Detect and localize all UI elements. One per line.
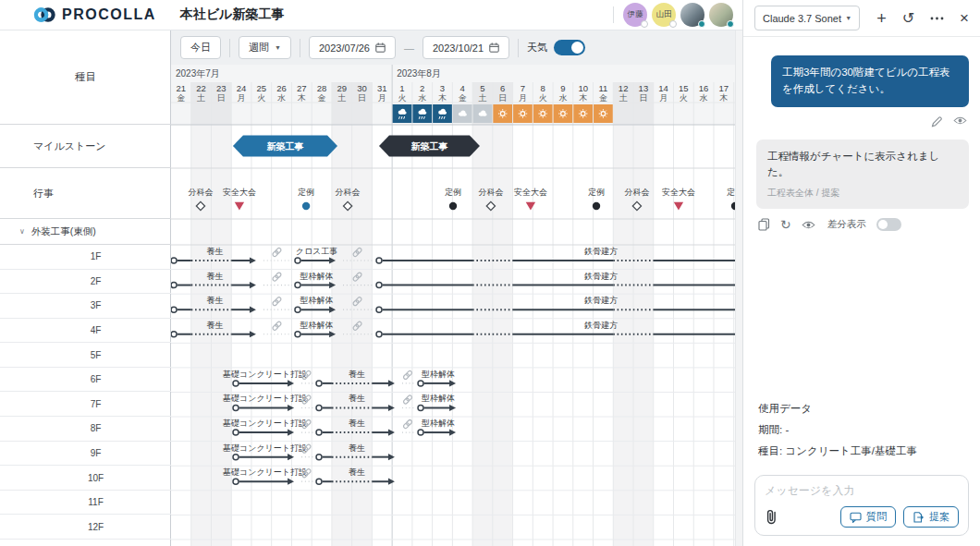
task-end-arrow[interactable] <box>388 479 395 485</box>
task-end-arrow[interactable] <box>250 282 256 288</box>
weekend-shade <box>493 82 513 546</box>
sidebar-floor-6F[interactable]: 6F <box>0 368 171 393</box>
sidebar-floor-3F[interactable]: 3F <box>0 294 171 319</box>
link-icon[interactable] <box>272 272 282 282</box>
task-start-handle[interactable] <box>376 258 382 263</box>
task-start-handle[interactable] <box>233 430 239 435</box>
sidebar-floor-1F[interactable]: 1F <box>0 245 171 270</box>
task-end-arrow[interactable] <box>288 479 294 485</box>
task-end-arrow[interactable] <box>250 307 256 313</box>
task-start-handle[interactable] <box>316 479 322 484</box>
task-start-handle[interactable] <box>233 479 239 484</box>
ask-button[interactable]: 質問 <box>840 506 896 528</box>
regenerate-icon[interactable]: ↻ <box>780 217 791 232</box>
event-marker-triangle[interactable] <box>674 202 683 211</box>
task-start-handle[interactable] <box>171 258 177 263</box>
task-start-handle[interactable] <box>171 283 177 288</box>
view-icon[interactable] <box>802 220 815 230</box>
day-number: 13 <box>639 83 649 93</box>
sun-ray <box>606 111 606 112</box>
edit-message-icon[interactable] <box>931 115 943 127</box>
task-start-handle[interactable] <box>171 307 177 312</box>
task-start-handle[interactable] <box>171 332 177 337</box>
copy-icon[interactable] <box>758 218 770 231</box>
event-marker-circle[interactable] <box>449 202 457 210</box>
member-avatar[interactable]: 伊藤 <box>623 3 647 27</box>
task-start-handle[interactable] <box>295 307 300 312</box>
suggest-button[interactable]: 提案 <box>903 506 959 528</box>
day-number: 1 <box>399 83 404 93</box>
link-icon[interactable] <box>403 370 413 381</box>
link-icon[interactable] <box>272 248 282 258</box>
date-to-picker[interactable]: 2023/10/21 <box>423 36 509 59</box>
task-start-handle[interactable] <box>233 405 239 410</box>
date-from-picker[interactable]: 2023/07/26 <box>309 36 396 59</box>
history-icon[interactable]: ↺ <box>902 11 914 26</box>
task-start-handle[interactable] <box>316 405 322 410</box>
sidebar-floor-4F[interactable]: 4F <box>0 319 171 344</box>
task-start-handle[interactable] <box>418 430 423 435</box>
event-marker-circle[interactable] <box>593 202 600 210</box>
sidebar-floor-11F[interactable]: 11F <box>0 491 171 516</box>
task-start-handle[interactable] <box>316 430 322 435</box>
vertical-scrollbar[interactable] <box>735 30 742 546</box>
weather-toggle[interactable] <box>554 40 585 55</box>
member-avatar[interactable]: 山田 <box>652 3 676 27</box>
sidebar-floor-8F[interactable]: 8F <box>0 417 171 442</box>
today-button[interactable]: 今日 <box>180 36 221 59</box>
attach-icon[interactable] <box>765 509 778 525</box>
day-weekday: 日 <box>639 93 647 103</box>
member-avatar[interactable] <box>709 3 733 27</box>
gantt-chart: 2023年7月2023年8月21金22土23日24月25火26水27木28金29… <box>171 65 742 546</box>
event-marker-triangle[interactable] <box>235 202 244 211</box>
new-chat-icon[interactable]: + <box>876 10 887 27</box>
task-start-handle[interactable] <box>316 381 322 386</box>
link-icon[interactable] <box>272 321 282 331</box>
model-select[interactable]: Claude 3.7 Sonet ▼ <box>754 6 860 30</box>
member-avatar[interactable] <box>680 3 704 27</box>
link-icon[interactable] <box>272 297 282 307</box>
more-options-icon[interactable] <box>930 17 944 20</box>
event-marker-triangle[interactable] <box>526 202 535 211</box>
task-start-handle[interactable] <box>418 381 423 386</box>
task-end-arrow[interactable] <box>288 405 294 411</box>
milestone-label: 新築工事 <box>265 141 303 152</box>
task-end-arrow[interactable] <box>388 429 395 435</box>
link-icon[interactable] <box>403 394 413 405</box>
task-end-arrow[interactable] <box>250 331 256 337</box>
task-start-handle[interactable] <box>376 307 382 312</box>
task-end-arrow[interactable] <box>288 380 294 386</box>
task-end-arrow[interactable] <box>388 405 395 411</box>
sidebar-floor-5F[interactable]: 5F <box>0 343 171 368</box>
sidebar-floor-2F[interactable]: 2F <box>0 270 171 295</box>
close-icon[interactable]: × <box>960 10 969 26</box>
sidebar-group-row[interactable]: ∨ 外装工事(東側) <box>0 219 171 245</box>
task-start-handle[interactable] <box>376 283 382 288</box>
task-end-arrow[interactable] <box>388 454 395 460</box>
task-end-arrow[interactable] <box>250 257 256 263</box>
task-start-handle[interactable] <box>376 332 382 337</box>
event-label: 定例 <box>445 188 461 197</box>
task-label: 型枠解体 <box>300 296 334 305</box>
link-icon[interactable] <box>403 419 413 430</box>
view-message-icon[interactable] <box>953 115 967 126</box>
task-start-handle[interactable] <box>316 455 322 460</box>
view-mode-select[interactable]: 週間 ▼ <box>239 36 291 59</box>
task-end-arrow[interactable] <box>388 380 395 386</box>
task-start-handle[interactable] <box>233 455 239 460</box>
task-start-handle[interactable] <box>418 405 423 410</box>
task-start-handle[interactable] <box>295 283 300 288</box>
sidebar-floor-12F[interactable]: 12F <box>0 515 171 540</box>
task-end-arrow[interactable] <box>288 429 294 435</box>
task-end-arrow[interactable] <box>288 454 294 460</box>
sidebar-floor-9F[interactable]: 9F <box>0 442 171 467</box>
event-marker-circle[interactable] <box>302 202 310 210</box>
task-start-handle[interactable] <box>233 381 239 386</box>
diff-toggle[interactable] <box>876 218 901 231</box>
message-input[interactable] <box>765 484 959 497</box>
cloud-part <box>481 115 485 116</box>
sidebar-floor-10F[interactable]: 10F <box>0 466 171 491</box>
sidebar-floor-7F[interactable]: 7F <box>0 392 171 417</box>
task-start-handle[interactable] <box>295 258 300 263</box>
task-start-handle[interactable] <box>295 332 300 337</box>
